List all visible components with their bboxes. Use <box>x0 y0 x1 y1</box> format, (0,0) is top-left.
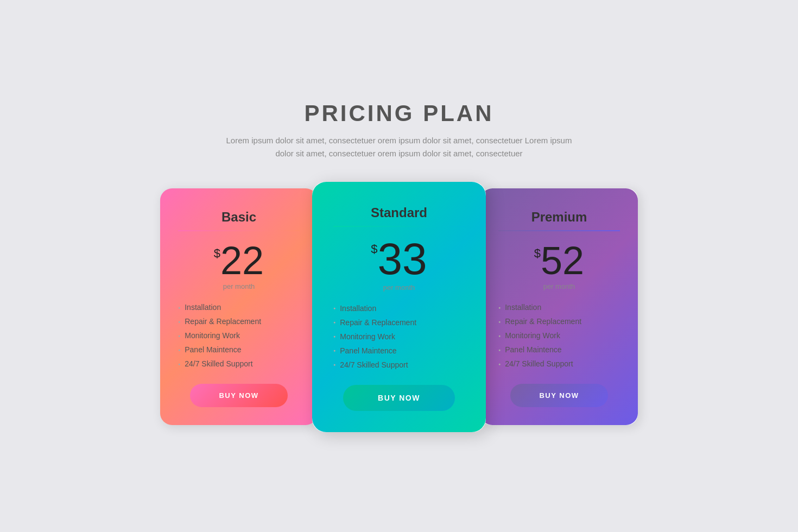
list-item: Panel Maintence <box>178 343 300 357</box>
list-item: Monitoring Work <box>333 330 465 344</box>
list-item: Installation <box>178 300 300 314</box>
basic-features-list: Installation Repair & Replacement Monito… <box>178 300 300 371</box>
card-standard: Standard $ 33 per month Installation Rep… <box>312 182 486 432</box>
basic-price-block: $ 22 <box>214 241 264 280</box>
standard-divider <box>333 226 465 227</box>
card-basic: Basic $ 22 per month Installation Repair… <box>160 188 318 425</box>
list-item: Installation <box>333 301 465 315</box>
standard-price-block: $ 33 <box>371 237 427 281</box>
list-item: Repair & Replacement <box>498 314 620 328</box>
premium-features-list: Installation Repair & Replacement Monito… <box>498 300 620 371</box>
premium-buy-button[interactable]: BUY NOW <box>510 384 607 407</box>
basic-price-period: per month <box>223 282 255 290</box>
list-item: Monitoring Work <box>178 328 300 343</box>
list-item: 24/7 Skilled Support <box>178 357 300 371</box>
list-item: Panel Maintence <box>333 344 465 358</box>
basic-plan-name: Basic <box>221 210 256 225</box>
premium-price-amount: 52 <box>541 241 584 280</box>
list-item: Repair & Replacement <box>333 315 465 330</box>
basic-dollar-sign: $ <box>214 246 220 261</box>
list-item: Installation <box>498 300 620 314</box>
standard-features-list: Installation Repair & Replacement Monito… <box>333 301 465 372</box>
premium-divider <box>498 230 620 231</box>
basic-price-amount: 22 <box>220 241 264 280</box>
list-item: Monitoring Work <box>498 328 620 343</box>
premium-dollar-sign: $ <box>534 246 541 261</box>
standard-plan-name: Standard <box>371 205 427 220</box>
premium-price-period: per month <box>543 282 575 290</box>
standard-buy-button[interactable]: BUY NOW <box>343 385 455 411</box>
page-subtitle: Lorem ipsum dolor sit amet, consectetuer… <box>225 134 573 160</box>
list-item: Panel Maintence <box>498 343 620 357</box>
page-header: PRICING PLAN Lorem ipsum dolor sit amet,… <box>225 100 573 160</box>
standard-dollar-sign: $ <box>371 242 377 256</box>
card-premium: Premium $ 52 per month Installation Repa… <box>480 188 638 425</box>
list-item: Repair & Replacement <box>178 314 300 328</box>
cards-container: Basic $ 22 per month Installation Repair… <box>160 182 638 432</box>
page-title: PRICING PLAN <box>225 100 573 126</box>
premium-plan-name: Premium <box>531 210 587 225</box>
standard-price-period: per month <box>383 283 415 292</box>
basic-buy-button[interactable]: BUY NOW <box>190 384 287 407</box>
standard-price-amount: 33 <box>378 237 427 281</box>
basic-divider <box>178 230 300 231</box>
list-item: 24/7 Skilled Support <box>333 358 465 372</box>
premium-price-block: $ 52 <box>534 241 584 280</box>
list-item: 24/7 Skilled Support <box>498 357 620 371</box>
